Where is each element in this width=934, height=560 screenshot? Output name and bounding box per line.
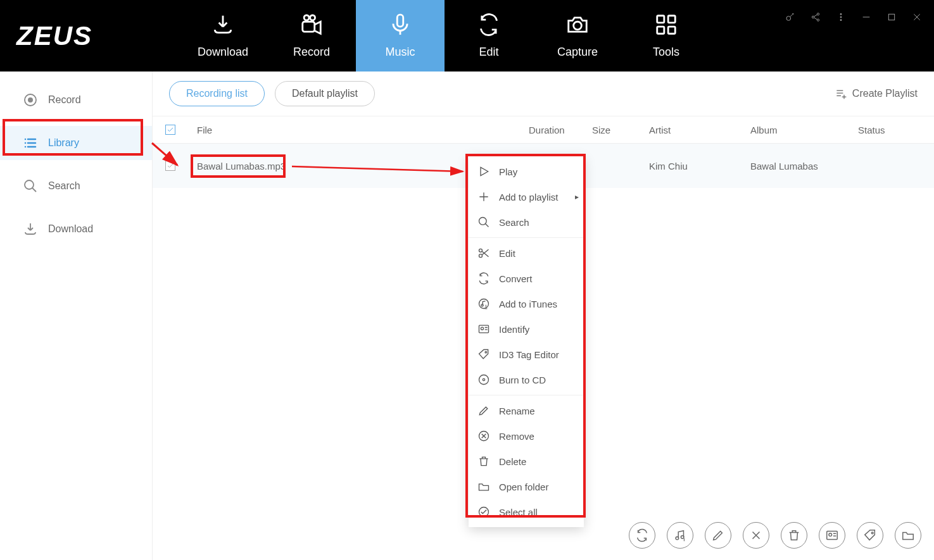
svg-point-20: [479, 218, 487, 225]
svg-point-29: [483, 378, 484, 380]
col-size[interactable]: Size: [592, 125, 649, 135]
tag-icon: [477, 348, 490, 361]
row-checkbox[interactable]: [153, 161, 187, 171]
share-icon[interactable]: [810, 11, 821, 23]
svg-point-15: [840, 20, 842, 21]
bottom-folder-button[interactable]: [895, 522, 921, 549]
ctx-add-to-playlist[interactable]: Add to playlist▸: [469, 184, 584, 209]
main-nav: Download Record Music Edit Capture Tools: [179, 0, 710, 72]
nav-capture[interactable]: Capture: [533, 0, 622, 72]
tab-default-playlist[interactable]: Default playlist: [275, 81, 375, 106]
create-playlist-label: Create Playlist: [852, 88, 918, 99]
sidebar-item-record[interactable]: Record: [0, 83, 152, 117]
bottom-identify-button[interactable]: [819, 522, 845, 549]
bottom-edit-button[interactable]: [705, 522, 731, 549]
cell-album: Bawal Lumabas: [750, 161, 858, 171]
list-icon: [23, 135, 38, 151]
svg-point-9: [786, 16, 791, 21]
ctx-add-to-itunes[interactable]: Add to iTunes: [469, 291, 584, 316]
record-circle-icon: [23, 92, 38, 108]
ctx-open-folder[interactable]: Open folder: [469, 474, 584, 499]
col-status[interactable]: Status: [858, 125, 934, 135]
ctx-identify[interactable]: Identify: [469, 316, 584, 342]
nav-record[interactable]: Record: [267, 0, 356, 72]
svg-point-4: [574, 22, 582, 30]
ctx-select-all[interactable]: Select all: [469, 499, 584, 525]
ctx-rename[interactable]: Rename: [469, 398, 584, 423]
col-album[interactable]: Album: [750, 125, 858, 135]
svg-rect-7: [657, 27, 664, 34]
search-icon: [477, 216, 490, 228]
nav-edit[interactable]: Edit: [445, 0, 533, 72]
svg-point-27: [485, 351, 487, 353]
bottom-itunes-button[interactable]: [667, 522, 693, 549]
svg-point-23: [479, 299, 489, 309]
ctx-delete[interactable]: Delete: [469, 449, 584, 474]
nav-tools[interactable]: Tools: [622, 0, 710, 72]
tab-recording-list[interactable]: Recording list: [169, 81, 265, 106]
nav-music-label: Music: [386, 46, 415, 59]
nav-music[interactable]: Music: [356, 0, 445, 72]
music-note-add-icon: [477, 297, 490, 310]
ctx-burn[interactable]: Burn to CD: [469, 367, 584, 392]
nav-download-label: Download: [198, 46, 248, 59]
scissors-icon: [477, 247, 490, 259]
pencil-icon: [711, 528, 725, 542]
svg-rect-5: [657, 16, 664, 23]
svg-point-12: [817, 19, 819, 21]
playlist-add-icon: [835, 87, 847, 100]
col-file[interactable]: File: [187, 125, 529, 135]
plus-icon: [477, 190, 490, 203]
bottom-convert-button[interactable]: [629, 522, 655, 549]
search-icon: [23, 178, 38, 194]
main-content: Recording list Default playlist Create P…: [153, 72, 934, 560]
svg-point-1: [304, 15, 309, 20]
microphone-icon: [388, 13, 412, 37]
maximize-button[interactable]: [886, 11, 897, 23]
id-card-icon: [825, 528, 839, 542]
sync-icon: [477, 13, 501, 37]
bottom-remove-button[interactable]: [743, 522, 769, 549]
col-artist[interactable]: Artist: [649, 125, 750, 135]
refresh-icon: [477, 272, 490, 285]
minimize-button[interactable]: [861, 11, 872, 23]
svg-rect-3: [397, 15, 403, 27]
sidebar-item-library[interactable]: Library: [0, 126, 152, 160]
svg-rect-8: [668, 27, 675, 34]
select-all-checkbox[interactable]: [153, 125, 187, 135]
ctx-edit[interactable]: Edit: [469, 240, 584, 266]
ctx-convert[interactable]: Convert: [469, 266, 584, 291]
bottom-tag-button[interactable]: [857, 522, 883, 549]
ctx-play[interactable]: Play: [469, 159, 584, 184]
sidebar-item-download[interactable]: Download: [0, 212, 152, 246]
ctx-search[interactable]: Search: [469, 209, 584, 235]
remove-icon: [477, 430, 490, 442]
grid-icon: [654, 13, 678, 37]
key-icon[interactable]: [785, 11, 796, 23]
sidebar-item-search[interactable]: Search: [0, 169, 152, 203]
id-card-icon: [477, 323, 490, 335]
camcorder-icon: [300, 13, 324, 37]
x-icon: [749, 528, 763, 542]
play-icon: [477, 165, 490, 178]
ctx-id3[interactable]: ID3 Tag Editor: [469, 342, 584, 367]
close-button[interactable]: [911, 11, 923, 23]
sidebar-search-label: Search: [48, 180, 80, 192]
svg-rect-0: [303, 22, 315, 32]
col-duration[interactable]: Duration: [529, 125, 592, 135]
refresh-icon: [635, 528, 649, 542]
svg-point-18: [28, 97, 33, 103]
more-icon[interactable]: [835, 11, 847, 23]
nav-download[interactable]: Download: [179, 0, 267, 72]
svg-point-32: [676, 537, 679, 540]
svg-point-14: [840, 16, 842, 18]
camera-icon: [565, 13, 590, 37]
create-playlist-button[interactable]: Create Playlist: [835, 87, 918, 100]
library-toolbar: Recording list Default playlist Create P…: [153, 72, 934, 116]
context-menu: Play Add to playlist▸ Search Edit Conver…: [469, 156, 584, 527]
sidebar-download-label: Download: [48, 223, 93, 235]
ctx-remove[interactable]: Remove: [469, 423, 584, 449]
app-logo: ZEUS: [0, 0, 109, 72]
bottom-delete-button[interactable]: [781, 522, 807, 549]
svg-rect-6: [668, 16, 675, 23]
